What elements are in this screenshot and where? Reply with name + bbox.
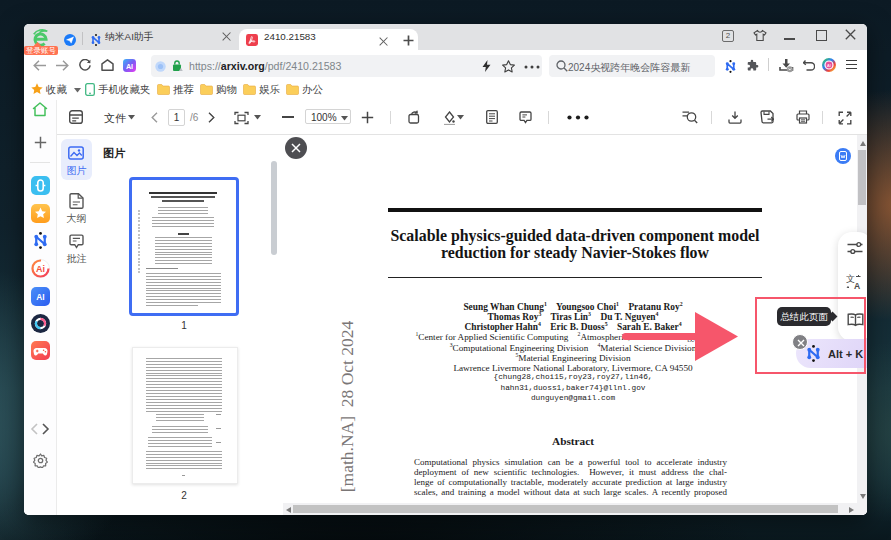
svg-text:Ai: Ai — [36, 264, 45, 274]
svg-text:A: A — [854, 281, 860, 290]
svg-text:AI: AI — [126, 62, 133, 71]
svg-text:AI: AI — [36, 292, 44, 302]
svg-text:AI: AI — [827, 63, 831, 68]
